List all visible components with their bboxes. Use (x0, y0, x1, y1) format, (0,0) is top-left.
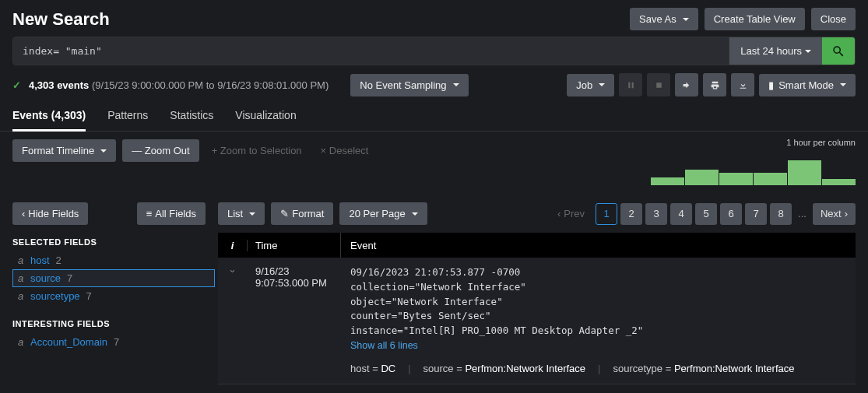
field-type: a (18, 336, 26, 348)
bulb-icon: ▮ (768, 79, 774, 91)
time-range-picker[interactable]: Last 24 hours (729, 37, 822, 65)
page-1[interactable]: 1 (596, 203, 617, 225)
search-icon (831, 44, 845, 58)
field-host[interactable]: a host 2 (12, 251, 215, 269)
tab-visualization[interactable]: Visualization (235, 103, 296, 131)
event-body: 09/16/2023 21:07:53.877 -0700 collection… (341, 258, 856, 384)
save-as-button[interactable]: Save As (630, 8, 698, 30)
prev-page-button: Prev (550, 203, 592, 225)
page-ellipsis: ... (795, 208, 810, 219)
tab-statistics[interactable]: Statistics (170, 103, 213, 131)
pagination: Prev 1 2 3 4 5 6 7 8 ... Next (550, 203, 856, 225)
field-type: a (18, 290, 26, 302)
stop-button[interactable] (647, 73, 670, 96)
meta-sourcetype[interactable]: Perfmon:Network Interface (674, 363, 795, 374)
chevron-right-icon (231, 265, 234, 277)
interesting-fields-header: INTERESTING FIELDS (12, 319, 215, 328)
pause-icon (626, 80, 636, 90)
page-8[interactable]: 8 (770, 203, 792, 225)
expand-event-button[interactable] (218, 258, 248, 384)
print-icon (710, 80, 720, 90)
field-count: 7 (86, 290, 92, 302)
page-4[interactable]: 4 (670, 203, 692, 225)
timeline-chart[interactable] (651, 160, 856, 185)
field-name: host (30, 254, 50, 266)
page-3[interactable]: 3 (645, 203, 667, 225)
download-icon (738, 80, 748, 90)
tab-events[interactable]: Events (4,303) (12, 103, 86, 132)
deselect-button: × Deselect (315, 139, 375, 162)
col-info-header: i (218, 240, 248, 251)
field-count: 2 (56, 254, 61, 266)
zoom-to-selection-button: + Zoom to Selection (206, 139, 308, 162)
field-type: a (18, 254, 26, 266)
timeline-bar[interactable] (685, 170, 719, 185)
field-name: Account_Domain (30, 336, 107, 348)
event-sampling-dropdown[interactable]: No Event Sampling (350, 74, 468, 96)
stop-icon (654, 80, 664, 90)
create-table-view-button[interactable]: Create Table View (705, 8, 805, 30)
page-5[interactable]: 5 (695, 203, 717, 225)
zoom-out-button[interactable]: — Zoom Out (122, 139, 199, 162)
meta-source[interactable]: Perfmon:Network Interface (465, 363, 585, 374)
all-fields-button[interactable]: ≡ All Fields (137, 202, 206, 225)
hide-fields-button[interactable]: Hide Fields (12, 202, 88, 225)
col-event-header: Event (341, 240, 856, 251)
search-button[interactable] (822, 37, 855, 65)
selected-fields-header: SELECTED FIELDS (12, 237, 215, 247)
time-range-text: (9/15/23 9:00:00.000 PM to 9/16/23 9:08:… (92, 79, 329, 91)
search-input[interactable] (13, 37, 729, 65)
field-name: source (30, 272, 61, 284)
export-button[interactable] (731, 73, 754, 96)
page-6[interactable]: 6 (720, 203, 742, 225)
timeline-bar[interactable] (651, 177, 684, 185)
events-count: 4,303 events (29, 79, 89, 91)
event-time: 9/16/23 9:07:53.000 PM (248, 258, 341, 384)
pause-button[interactable] (619, 73, 642, 96)
field-account-domain[interactable]: a Account_Domain 7 (12, 333, 215, 351)
print-button[interactable] (703, 73, 726, 96)
field-type: a (18, 272, 26, 284)
share-icon (682, 80, 692, 90)
per-page-dropdown[interactable]: 20 Per Page (339, 202, 427, 225)
show-all-lines-link[interactable]: Show all 6 lines (350, 339, 846, 353)
field-count: 7 (67, 272, 72, 284)
field-source[interactable]: a source 7 (12, 269, 215, 287)
format-timeline-button[interactable]: Format Timeline (12, 139, 116, 162)
meta-host[interactable]: DC (381, 363, 395, 374)
event-row: 9/16/23 9:07:53.000 PM 09/16/2023 21:07:… (218, 258, 856, 384)
timeline-bar[interactable] (754, 173, 787, 185)
event-table-header: i Time Event (218, 233, 856, 258)
col-time-header[interactable]: Time (248, 233, 341, 258)
check-icon: ✓ (12, 79, 21, 91)
page-7[interactable]: 7 (745, 203, 767, 225)
page-title: New Search (12, 9, 110, 30)
field-count: 7 (114, 336, 119, 348)
timeline-bar[interactable] (719, 173, 753, 185)
next-page-button[interactable]: Next (813, 203, 856, 225)
job-dropdown[interactable]: Job (567, 74, 614, 96)
field-sourcetype[interactable]: a sourcetype 7 (12, 287, 215, 305)
close-button[interactable]: Close (811, 8, 856, 30)
field-name: sourcetype (30, 290, 80, 302)
list-icon: ≡ (146, 208, 153, 219)
smart-mode-dropdown[interactable]: ▮Smart Mode (759, 74, 856, 96)
tab-patterns[interactable]: Patterns (107, 103, 148, 131)
timeline-scale-label: 1 hour per column (786, 138, 856, 147)
share-button[interactable] (675, 73, 698, 96)
timeline-bar[interactable] (822, 179, 856, 185)
page-2[interactable]: 2 (620, 203, 642, 225)
list-view-dropdown[interactable]: List (218, 202, 265, 225)
format-button[interactable]: Format (271, 202, 333, 225)
timeline-bar[interactable] (788, 160, 821, 185)
